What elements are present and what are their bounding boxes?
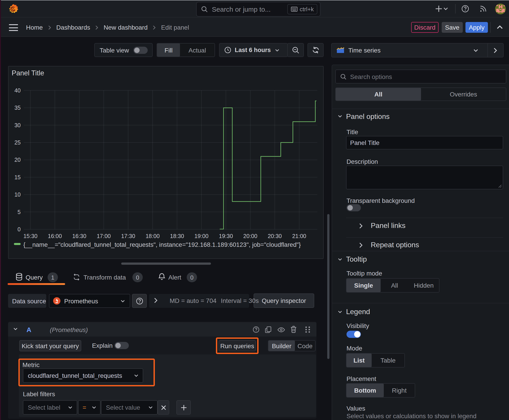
svg-text:15:30: 15:30 — [23, 233, 38, 239]
svg-text:19:30: 19:30 — [219, 233, 233, 239]
svg-text:20:30: 20:30 — [268, 233, 282, 239]
svg-text:40: 40 — [14, 87, 21, 94]
svg-text:18:00: 18:00 — [146, 233, 160, 239]
svg-text:17:00: 17:00 — [97, 233, 111, 239]
svg-text:17:30: 17:30 — [121, 233, 135, 239]
svg-text:35: 35 — [14, 105, 21, 111]
svg-text:19:00: 19:00 — [194, 233, 208, 239]
svg-text:25: 25 — [14, 139, 21, 146]
svg-text:20:00: 20:00 — [243, 233, 258, 239]
svg-text:21:00: 21:00 — [292, 233, 306, 239]
svg-text:16:00: 16:00 — [48, 233, 62, 239]
svg-text:16:30: 16:30 — [72, 233, 86, 239]
svg-text:15: 15 — [14, 174, 21, 180]
svg-text:30: 30 — [14, 122, 21, 128]
svg-text:0: 0 — [17, 226, 21, 232]
svg-text:10: 10 — [14, 191, 21, 198]
svg-text:20: 20 — [14, 157, 21, 163]
svg-text:5: 5 — [17, 209, 21, 215]
svg-text:{__name__="cloudflared_tunnel_: {__name__="cloudflared_tunnel_total_requ… — [23, 241, 301, 248]
svg-text:18:30: 18:30 — [170, 233, 184, 239]
